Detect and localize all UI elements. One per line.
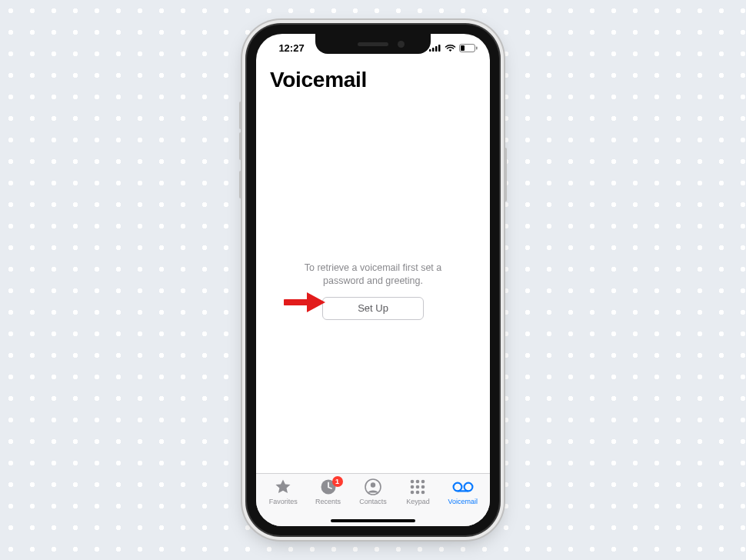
voicemail-content: Voicemail To retrieve a voicemail first … (256, 62, 490, 473)
tab-label: Voicemail (448, 498, 478, 505)
svg-rect-1 (432, 48, 435, 52)
tab-contacts[interactable]: Contacts (351, 478, 395, 505)
svg-rect-5 (476, 46, 478, 49)
svg-rect-3 (438, 45, 441, 52)
svg-point-20 (464, 483, 472, 492)
svg-point-11 (416, 480, 420, 484)
star-icon (274, 478, 292, 498)
svg-point-13 (411, 485, 415, 489)
battery-icon (459, 44, 478, 52)
tab-label: Recents (315, 498, 341, 505)
svg-point-10 (411, 480, 415, 484)
recents-badge: 1 (332, 476, 343, 487)
svg-point-18 (421, 491, 425, 495)
tab-label: Contacts (359, 498, 387, 505)
tab-favorites[interactable]: Favorites (261, 478, 305, 505)
svg-point-12 (421, 480, 425, 484)
voicemail-icon (452, 481, 474, 495)
status-time: 12:27 (268, 42, 315, 54)
svg-point-17 (416, 491, 420, 495)
tab-label: Keypad (406, 498, 430, 505)
svg-rect-0 (429, 49, 431, 52)
tab-keypad[interactable]: Keypad (395, 478, 440, 505)
person-icon (364, 478, 382, 498)
home-indicator[interactable] (331, 519, 415, 522)
speaker-grille (358, 42, 388, 46)
svg-rect-6 (461, 45, 465, 51)
keypad-icon (409, 478, 426, 497)
set-up-button[interactable]: Set Up (322, 297, 424, 320)
svg-point-16 (411, 491, 415, 495)
iphone-frame: 12:27 (247, 25, 499, 535)
tab-recents[interactable]: 1 Recents (305, 478, 350, 505)
notch (315, 34, 431, 54)
tab-label: Favorites (269, 498, 298, 505)
page-title: Voicemail (270, 68, 476, 92)
cellular-signal-icon (429, 44, 441, 52)
svg-point-15 (421, 485, 425, 489)
front-camera (398, 41, 405, 48)
svg-point-19 (453, 483, 461, 492)
svg-rect-2 (435, 46, 438, 52)
svg-point-9 (371, 482, 375, 487)
wifi-icon (445, 44, 456, 52)
tab-voicemail[interactable]: Voicemail (441, 478, 485, 505)
instructions-text: To retrieve a voicemail first set a pass… (305, 262, 442, 288)
screen: 12:27 (256, 34, 490, 526)
tab-bar: Favorites 1 Recents (256, 473, 490, 526)
annotation-arrow-icon (284, 291, 327, 317)
svg-point-14 (416, 485, 420, 489)
